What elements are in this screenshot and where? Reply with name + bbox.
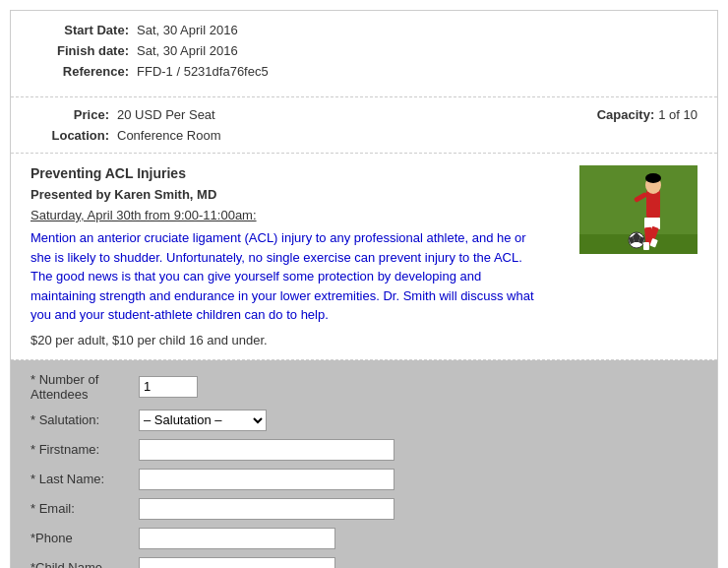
- childname-label: *Child Name: [30, 560, 139, 568]
- content-section: Preventing ACL Injuries Presented by Kar…: [11, 154, 717, 360]
- location-value: Conference Room: [117, 128, 221, 143]
- dates-section: Start Date: Sat, 30 April 2016 Finish da…: [11, 11, 717, 97]
- price-capacity-row: Price: 20 USD Per Seat Capacity: 1 of 10: [30, 107, 698, 122]
- location-row: Location: Conference Room: [30, 128, 698, 143]
- firstname-label: * Firstname:: [30, 442, 139, 457]
- event-container: Start Date: Sat, 30 April 2016 Finish da…: [10, 10, 718, 568]
- reference-value: FFD-1 / 5231dfa76fec5: [137, 64, 269, 79]
- salutation-label: * Salutation:: [30, 412, 139, 427]
- svg-point-4: [645, 173, 661, 183]
- attendees-input[interactable]: [139, 376, 198, 398]
- presenter-prefix: Presented by: [30, 187, 114, 202]
- capacity-row: Capacity: 1 of 10: [597, 107, 698, 122]
- finish-date-label: Finish date:: [30, 43, 129, 58]
- details-section: Price: 20 USD Per Seat Capacity: 1 of 10…: [11, 97, 717, 154]
- svg-rect-10: [643, 242, 649, 250]
- childname-input[interactable]: [139, 557, 335, 569]
- capacity-value: 1 of 10: [658, 107, 698, 122]
- event-image: [579, 165, 698, 254]
- salutation-select[interactable]: – Salutation – Mr. Mrs. Ms. Dr.: [139, 410, 267, 431]
- phone-label: *Phone: [30, 531, 139, 545]
- lastname-label: * Last Name:: [30, 472, 139, 486]
- registration-form: * Number of Attendees * Salutation: – Sa…: [11, 360, 717, 569]
- email-label: * Email:: [30, 501, 139, 516]
- lastname-row: * Last Name:: [30, 469, 698, 490]
- salutation-row: * Salutation: – Salutation – Mr. Mrs. Ms…: [30, 410, 698, 431]
- price-row: Price: 20 USD Per Seat: [30, 107, 558, 122]
- price-value: 20 USD Per Seat: [117, 107, 215, 122]
- svg-rect-2: [646, 190, 660, 218]
- price-label: Price:: [30, 107, 109, 122]
- finish-date-value: Sat, 30 April 2016: [137, 43, 238, 58]
- start-date-value: Sat, 30 April 2016: [137, 23, 238, 37]
- firstname-row: * Firstname:: [30, 439, 698, 461]
- lastname-input[interactable]: [139, 469, 394, 490]
- attendees-row: * Number of Attendees: [30, 372, 698, 402]
- attendees-label: * Number of Attendees: [30, 372, 139, 402]
- finish-date-row: Finish date: Sat, 30 April 2016: [30, 43, 698, 58]
- event-body: Mention an anterior cruciate ligament (A…: [30, 228, 542, 325]
- pricing-note: $20 per adult, $10 per child 16 and unde…: [30, 333, 698, 347]
- start-date-row: Start Date: Sat, 30 April 2016: [30, 23, 698, 37]
- reference-label: Reference:: [30, 64, 129, 79]
- phone-row: *Phone: [30, 528, 698, 549]
- childname-row: *Child Name: [30, 557, 698, 569]
- presenter-name: Karen Smith, MD: [114, 187, 216, 202]
- email-row: * Email:: [30, 498, 698, 520]
- capacity-label: Capacity:: [597, 107, 655, 122]
- location-label: Location:: [30, 128, 109, 143]
- reference-row: Reference: FFD-1 / 5231dfa76fec5: [30, 64, 698, 79]
- start-date-label: Start Date:: [30, 23, 129, 37]
- firstname-input[interactable]: [139, 439, 394, 461]
- email-input[interactable]: [139, 498, 394, 520]
- phone-input[interactable]: [139, 528, 335, 549]
